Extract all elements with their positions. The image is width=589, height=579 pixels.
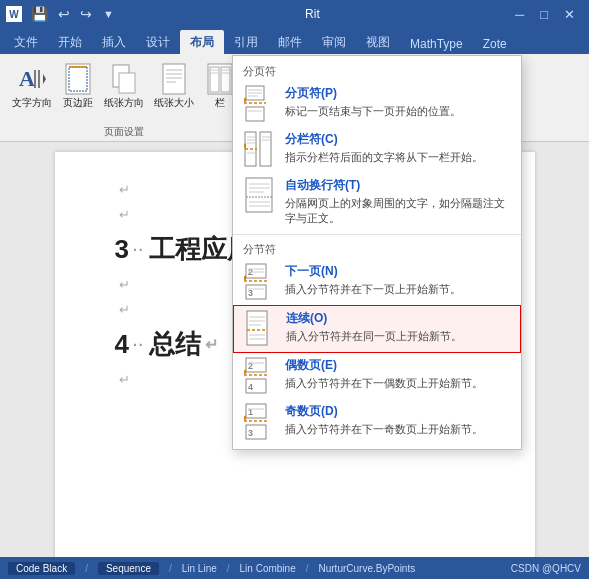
col-break-title: 分栏符(C) — [285, 131, 483, 148]
menu-item-page-break[interactable]: 分页符(P) 标记一页结束与下一页开始的位置。 — [233, 81, 521, 127]
tab-home[interactable]: 开始 — [48, 30, 92, 54]
status-divider-4: / — [306, 563, 309, 574]
menu-item-col-break[interactable]: 分栏符(C) 指示分栏符后面的文字将从下一栏开始。 — [233, 127, 521, 173]
svg-rect-8 — [119, 73, 135, 93]
paper-size-button[interactable]: 纸张大小 — [150, 60, 198, 112]
svg-rect-62 — [247, 311, 267, 345]
odd-page-desc: 插入分节符并在下一奇数页上开始新节。 — [285, 422, 483, 437]
margins-label: 页边距 — [63, 97, 93, 109]
svg-rect-9 — [163, 64, 185, 94]
tab-zotero[interactable]: Zote — [473, 33, 517, 54]
status-lin-line[interactable]: Lin Line — [182, 563, 217, 574]
auto-return-icon — [243, 177, 275, 215]
odd-page-text: 奇数页(D) 插入分节符并在下一奇数页上开始新节。 — [285, 403, 483, 437]
customize-btn[interactable]: ▼ — [99, 8, 118, 20]
status-divider-1: / — [85, 563, 88, 574]
tab-view[interactable]: 视图 — [356, 30, 400, 54]
svg-rect-4 — [66, 64, 90, 94]
heading-3-dots: ·· — [133, 242, 145, 258]
status-attribution: CSDN @QHCV — [511, 563, 581, 574]
orientation-icon — [108, 63, 140, 95]
svg-text:4: 4 — [248, 382, 253, 392]
tab-insert[interactable]: 插入 — [92, 30, 136, 54]
continuous-title: 连续(O) — [286, 310, 462, 327]
return-mark-2: ↵ — [119, 207, 130, 222]
tab-references[interactable]: 引用 — [224, 30, 268, 54]
svg-marker-45 — [244, 143, 246, 149]
page-setup-group-label: 页面设置 — [0, 125, 248, 139]
breaks-dropdown-menu: 分页符 分页符(P) 标记一页结束与下一页开始的位置。 — [232, 55, 522, 450]
tab-file[interactable]: 文件 — [4, 30, 48, 54]
odd-page-icon: 1 3 — [243, 403, 275, 441]
status-nurture-curve[interactable]: NurturCurve.ByPoints — [319, 563, 416, 574]
columns-label: 栏 — [215, 97, 225, 109]
status-right: CSDN @QHCV — [511, 563, 581, 574]
tab-mathtype[interactable]: MathType — [400, 33, 473, 54]
orientation-button[interactable]: 纸张方向 — [100, 60, 148, 112]
status-tab-sequence[interactable]: Sequence — [98, 562, 159, 575]
auto-return-title: 自动换行符(T) — [285, 177, 511, 194]
text-direction-label: 文字方向 — [12, 97, 52, 109]
undo-button[interactable]: ↩ — [55, 6, 73, 22]
tab-review[interactable]: 审阅 — [312, 30, 356, 54]
odd-page-title: 奇数页(D) — [285, 403, 483, 420]
tab-layout[interactable]: 布局 — [180, 30, 224, 54]
svg-marker-75 — [244, 369, 246, 375]
section-title-section-break: 分节符 — [233, 238, 521, 259]
heading-4-number: 4 — [115, 329, 129, 360]
ribbon-tabs: 文件 开始 插入 设计 布局 引用 邮件 审阅 视图 MathType Zote — [0, 28, 589, 54]
svg-text:A: A — [19, 66, 35, 91]
redo-button[interactable]: ↪ — [77, 6, 95, 22]
continuous-text: 连续(O) 插入分节符并在同一页上开始新节。 — [286, 310, 462, 344]
menu-item-auto-return[interactable]: 自动换行符(T) 分隔网页上的对象周围的文字，如分隔题注文字与正文。 — [233, 173, 521, 231]
status-bar: Code Black / Sequence / Lin Line / Lin C… — [0, 557, 589, 579]
next-page-text: 下一页(N) 插入分节符并在下一页上开始新节。 — [285, 263, 461, 297]
col-break-text: 分栏符(C) 指示分栏符后面的文字将从下一栏开始。 — [285, 131, 483, 165]
paper-size-icon — [158, 63, 190, 95]
status-lin-combine[interactable]: Lin Combine — [240, 563, 296, 574]
quick-access: 💾 ↩ ↪ ▼ — [28, 6, 118, 22]
menu-item-next-page[interactable]: 2 3 下一页(N) 插入分节符并在下一页上开始新节。 — [233, 259, 521, 305]
tab-mailings[interactable]: 邮件 — [268, 30, 312, 54]
next-page-title: 下一页(N) — [285, 263, 461, 280]
heading-3-number: 3 — [115, 234, 129, 265]
menu-item-odd-page[interactable]: 1 3 奇数页(D) 插入分节符并在下一奇数页上开始新节。 — [233, 399, 521, 445]
status-divider-3: / — [227, 563, 230, 574]
menu-divider-1 — [233, 234, 521, 235]
auto-return-desc: 分隔网页上的对象周围的文字，如分隔题注文字与正文。 — [285, 196, 511, 227]
close-button[interactable]: ✕ — [556, 7, 583, 22]
minimize-button[interactable]: ─ — [507, 7, 532, 22]
continuous-desc: 插入分节符并在同一页上开始新节。 — [286, 329, 462, 344]
page-break-icon — [243, 85, 275, 123]
menu-item-even-page[interactable]: 2 4 偶数页(E) 插入分节符并在下一偶数页上开始新节。 — [233, 353, 521, 399]
svg-text:3: 3 — [248, 428, 253, 438]
return-mark-1: ↵ — [119, 182, 130, 197]
page-break-desc: 标记一页结束与下一页开始的位置。 — [285, 104, 461, 119]
status-tab-code-black[interactable]: Code Black — [8, 562, 75, 575]
svg-rect-14 — [208, 64, 232, 94]
menu-item-continuous[interactable]: 连续(O) 插入分节符并在同一页上开始新节。 — [233, 305, 521, 353]
heading-4-dots: ·· — [133, 337, 145, 353]
auto-return-text: 自动换行符(T) 分隔网页上的对象周围的文字，如分隔题注文字与正文。 — [285, 177, 511, 227]
col-break-icon — [243, 131, 275, 169]
col-break-desc: 指示分栏符后面的文字将从下一栏开始。 — [285, 150, 483, 165]
even-page-desc: 插入分节符并在下一偶数页上开始新节。 — [285, 376, 483, 391]
even-page-title: 偶数页(E) — [285, 357, 483, 374]
even-page-icon: 2 4 — [243, 357, 275, 395]
svg-marker-35 — [244, 97, 246, 103]
save-button[interactable]: 💾 — [28, 6, 51, 22]
svg-marker-82 — [244, 415, 246, 421]
page-break-text: 分页符(P) 标记一页结束与下一页开始的位置。 — [285, 85, 461, 119]
return-mark-5: ↵ — [119, 372, 130, 387]
text-direction-button[interactable]: A 文字方向 — [8, 60, 56, 112]
tab-design[interactable]: 设计 — [136, 30, 180, 54]
margins-icon — [62, 63, 94, 95]
heading-4-text: 总结 — [149, 327, 201, 362]
text-direction-icon: A — [16, 63, 48, 95]
maximize-button[interactable]: □ — [532, 7, 556, 22]
paper-size-label: 纸张大小 — [154, 97, 194, 109]
margins-button[interactable]: 页边距 — [58, 60, 98, 112]
svg-marker-3 — [43, 74, 46, 84]
even-page-text: 偶数页(E) 插入分节符并在下一偶数页上开始新节。 — [285, 357, 483, 391]
ribbon-group-page-setup: A 文字方向 页边距 — [0, 58, 249, 141]
